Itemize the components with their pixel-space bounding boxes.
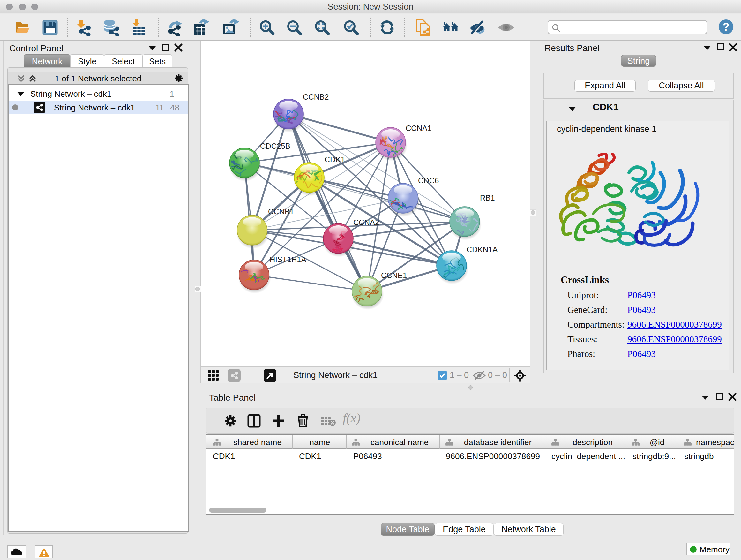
svg-text:CCNA1: CCNA1 [406, 124, 431, 132]
svg-text:CCNB2: CCNB2 [303, 92, 329, 101]
svg-text:?: ? [723, 21, 729, 33]
svg-text:HIST1H1A: HIST1H1A [270, 255, 307, 264]
svg-text:CDC25B: CDC25B [260, 142, 290, 150]
svg-text:CCNB1: CCNB1 [268, 207, 294, 216]
svg-text:CDC6: CDC6 [418, 176, 439, 185]
svg-text:RB1: RB1 [480, 193, 495, 202]
svg-text:CDK1: CDK1 [325, 155, 345, 164]
svg-text:CDKN1A: CDKN1A [467, 245, 497, 254]
svg-text:CCNA2: CCNA2 [353, 218, 379, 227]
svg-text:CCNE1: CCNE1 [381, 271, 407, 280]
